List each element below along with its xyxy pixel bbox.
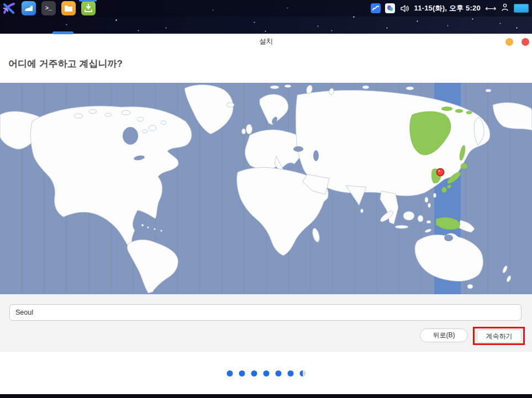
progress-dot: [263, 370, 269, 376]
distro-logo-icon[interactable]: [2, 1, 16, 15]
continue-button[interactable]: 계속하기: [477, 330, 522, 343]
active-app-indicator: [79, 0, 97, 2]
display-icon[interactable]: [514, 4, 529, 13]
input-method-icon[interactable]: [385, 3, 395, 13]
progress-dot: [251, 370, 257, 376]
window-controls: [505, 34, 532, 50]
wave-app-icon[interactable]: [22, 1, 36, 15]
timezone-city-input[interactable]: [9, 304, 522, 321]
window-title: 설치: [259, 37, 273, 46]
desktop-bottom-strip: [0, 394, 532, 398]
volume-icon[interactable]: [399, 3, 409, 13]
titlebar[interactable]: 설치: [0, 34, 532, 50]
installer-window: 설치 어디에 거주하고 계십니까?: [0, 34, 532, 394]
page-title: 어디에 거주하고 계십니까?: [8, 57, 532, 70]
progress-dot: [287, 370, 293, 376]
progress-dots: [227, 370, 305, 376]
progress-dot: [239, 370, 245, 376]
app-launcher: >_: [0, 1, 96, 15]
installer-icon[interactable]: [81, 1, 96, 15]
form-section: 뒤로(B) 계속하기: [0, 294, 532, 352]
minimize-button[interactable]: [505, 38, 513, 46]
top-panel: >_: [0, 0, 532, 17]
network-app-icon[interactable]: [371, 3, 381, 13]
progress-dot: [275, 370, 281, 376]
proxy-arrows-icon[interactable]: ⟷: [485, 4, 496, 12]
terminal-icon[interactable]: >_: [41, 1, 56, 15]
back-button[interactable]: 뒤로(B): [420, 328, 468, 342]
close-button[interactable]: [522, 38, 529, 46]
file-manager-icon[interactable]: [61, 1, 76, 15]
progress-dot: [227, 370, 233, 376]
status-tray: 11-15(화), 오후 5:20 ⟷: [371, 3, 532, 14]
progress-dot: [299, 370, 305, 376]
clock[interactable]: 11-15(화), 오후 5:20: [414, 3, 480, 13]
timezone-map[interactable]: [0, 83, 532, 294]
user-icon[interactable]: [501, 3, 509, 14]
seoul-marker[interactable]: [437, 169, 444, 176]
